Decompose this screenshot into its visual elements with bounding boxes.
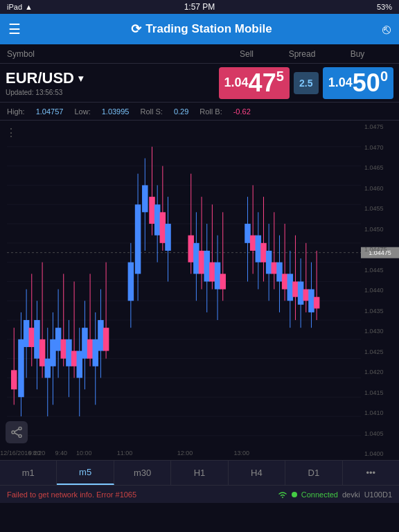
info-row: High: 1.04757 Low: 1.03995 Roll S: 0.29 … <box>0 103 399 121</box>
wifi-icon <box>278 490 287 499</box>
high-value: 1.04757 <box>36 107 64 116</box>
timeframe-button-m30[interactable]: m30 <box>114 461 171 485</box>
x-axis-label: 13:00 <box>233 450 249 456</box>
timeframe-button-•••[interactable]: ••• <box>343 461 399 485</box>
roll-s-value: 0.29 <box>174 107 188 116</box>
y-axis-label: 1.0465 <box>364 164 398 171</box>
app-title-text: Trading Station Mobile <box>145 22 272 36</box>
timeframe-button-h1[interactable]: H1 <box>171 461 228 485</box>
svg-point-2 <box>12 431 15 434</box>
symbol-dropdown-icon[interactable]: ▾ <box>78 73 83 84</box>
bottom-status-bar: Failed to get network info. Error #1065 … <box>0 485 399 503</box>
status-ipad: iPad <box>7 3 22 11</box>
timeframe-button-m5[interactable]: m5 <box>57 461 114 485</box>
y-axis-label: 1.0400 <box>364 450 398 457</box>
timeframe-button-m1[interactable]: m1 <box>0 461 57 485</box>
y-axis-label: 1.0430 <box>364 328 398 335</box>
y-axis-label: 1.0425 <box>364 348 398 355</box>
connected-text: Connected <box>301 490 338 499</box>
logout-icon[interactable]: ⎋ <box>382 21 391 37</box>
roll-s-label: Roll S: <box>140 107 162 116</box>
buy-column-header: Buy <box>323 49 392 59</box>
y-axis-label: 1.0455 <box>364 205 398 212</box>
app-title: ⟳ Trading Station Mobile <box>131 21 272 37</box>
account-id: U100D1 <box>364 490 392 499</box>
candlestick-chart <box>0 121 399 460</box>
connected-indicator <box>292 492 297 497</box>
y-axis-label: 1.0460 <box>364 185 398 192</box>
svg-point-1 <box>19 435 21 438</box>
symbol-updated-time: Updated: 13:56:53 <box>6 89 215 96</box>
symbol-name-text: EUR/USD <box>6 69 74 87</box>
y-axis-label: 1.0450 <box>364 226 398 233</box>
roll-b-value: -0.62 <box>233 107 251 116</box>
y-axis-label: 1.0420 <box>364 369 398 375</box>
x-axis-label: 10:00 <box>76 450 92 456</box>
price-row: EUR/USD ▾ Updated: 13:56:53 1.04 47 5 2.… <box>0 64 399 103</box>
x-axis-label: 12:00 <box>177 450 193 456</box>
y-axis-label: 1.0445 <box>364 267 398 274</box>
svg-point-0 <box>19 427 21 430</box>
timeframe-button-h4[interactable]: H4 <box>229 461 285 485</box>
x-axis: 12/16/2016 8:209:209:4010:0011:0012:0013… <box>0 446 363 460</box>
menu-icon[interactable]: ☰ <box>8 21 21 37</box>
x-axis-label: 11:00 <box>117 450 133 456</box>
low-label: Low: <box>74 107 90 116</box>
high-label: High: <box>7 107 25 116</box>
status-left: iPad ▲ <box>7 3 33 11</box>
sell-button[interactable]: 1.04 47 5 <box>219 67 290 99</box>
svg-line-3 <box>15 429 19 432</box>
y-axis-label: 1.0470 <box>364 144 398 151</box>
buy-price-prefix: 1.04 <box>328 76 353 90</box>
low-value: 1.03995 <box>102 107 130 116</box>
symbol-name: EUR/USD ▾ <box>6 69 215 87</box>
x-axis-label: 9:40 <box>55 450 67 456</box>
svg-line-4 <box>15 433 19 436</box>
timeframe-button-d1[interactable]: D1 <box>285 461 342 485</box>
y-axis-label: 1.0405 <box>364 430 398 437</box>
error-text: Failed to get network info. Error #1065 <box>7 490 136 499</box>
sell-price-superscript: 5 <box>276 69 284 85</box>
y-axis-label: 1.0415 <box>364 389 398 396</box>
y-axis-label: 1.04475 <box>364 246 398 253</box>
buy-price-superscript: 0 <box>380 69 388 85</box>
battery-text: 53% <box>377 3 392 11</box>
sell-price-main: 47 <box>249 71 276 96</box>
spread-badge: 2.5 <box>294 72 319 94</box>
app-logo-icon: ⟳ <box>131 21 141 37</box>
sell-column-header: Sell <box>212 49 281 59</box>
buy-button[interactable]: 1.04 50 0 <box>323 67 393 99</box>
y-axis-label: 1.0440 <box>364 287 398 294</box>
x-axis-label: 9:20 <box>28 450 41 456</box>
roll-b-label: Roll B: <box>200 107 222 116</box>
connection-info: Connected devki U100D1 <box>278 490 392 499</box>
sell-price-prefix: 1.04 <box>224 76 249 90</box>
symbol-name-block: EUR/USD ▾ Updated: 13:56:53 <box>6 69 215 96</box>
navbar: ☰ ⟳ Trading Station Mobile ⎋ <box>0 14 399 44</box>
chart-menu-icon[interactable]: ⋮ <box>6 126 17 139</box>
y-axis-label: 1.0475 <box>364 123 398 130</box>
user-name: devki <box>342 490 360 499</box>
symbol-column-header: Symbol <box>7 49 212 59</box>
status-bar: iPad ▲ 1:57 PM 53% <box>0 0 399 14</box>
buy-price-main: 50 <box>353 71 380 96</box>
symbol-header-row: Symbol Sell Spread Buy <box>0 44 399 64</box>
chart-area: ⋮ 1.04751.04701.04651.04601.04551.04501.… <box>0 121 399 460</box>
y-axis-label: 1.0410 <box>364 409 398 416</box>
status-right: 53% <box>377 3 392 11</box>
spread-column-header: Spread <box>281 49 323 59</box>
y-axis: 1.04751.04701.04651.04601.04551.04501.04… <box>363 121 399 460</box>
y-axis-label: 1.0435 <box>364 308 398 314</box>
timeframe-bar: m1m5m30H1H4D1••• <box>0 460 399 485</box>
wifi-icon: ▲ <box>25 3 33 11</box>
share-button[interactable] <box>6 421 28 443</box>
status-time: 1:57 PM <box>184 2 215 12</box>
